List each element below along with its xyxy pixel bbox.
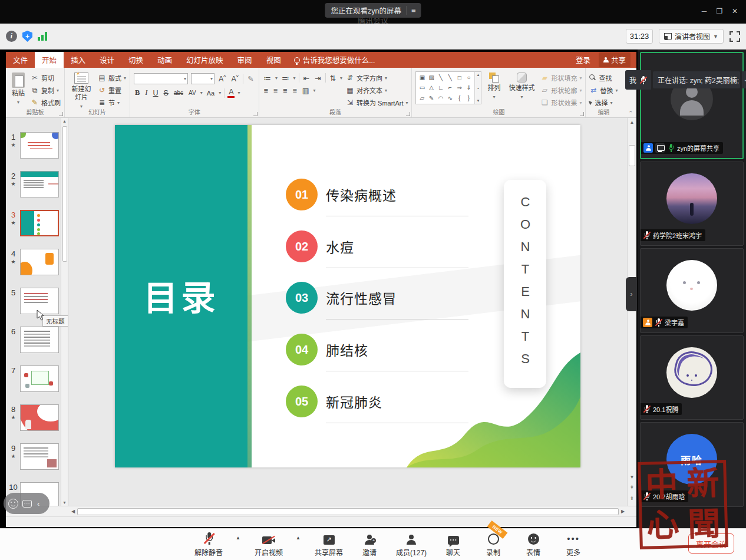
participant-tile[interactable]: 药学院2班宋鸿宇	[640, 162, 744, 246]
start-video-button[interactable]: 开启视频	[255, 531, 283, 557]
underline-button[interactable]: U	[152, 89, 160, 97]
tab-home[interactable]: 开始	[35, 52, 64, 68]
format-painter-button[interactable]: ✎格式刷	[31, 98, 61, 107]
align-text-button[interactable]: ▦对齐文本▾	[346, 85, 408, 95]
previous-slide-button[interactable]: ↟	[628, 485, 636, 490]
line-spacing-button[interactable]: ⇅	[329, 74, 337, 83]
shape-outline-button[interactable]: ▱形状轮廓▾	[540, 85, 582, 95]
tab-design[interactable]: 设计	[93, 52, 121, 68]
tab-file[interactable]: 文件	[6, 52, 35, 68]
slide-horizontal-scrollbar[interactable]: ◀ ▶	[6, 506, 636, 516]
record-button[interactable]: NEW 录制	[480, 531, 507, 557]
meeting-info-icon[interactable]: i	[6, 31, 17, 42]
paste-button[interactable]: 粘贴 ▾	[9, 71, 27, 106]
panel-collapse-handle[interactable]: ›	[626, 277, 637, 311]
share-button[interactable]: 共享	[599, 52, 631, 67]
participant-tile[interactable]: 梁宇嘉	[640, 248, 744, 333]
outdent-button[interactable]: ⇤	[302, 74, 311, 83]
shapes-gallery[interactable]: ▣▨╲╲□○ ▭△∟⌐⇒⇓ ▱✎◠∿{} ▴▪▾	[415, 71, 481, 104]
shadow-button[interactable]: abc	[173, 90, 184, 96]
tell-me-box[interactable]: 告诉我您想要做什么...	[288, 52, 381, 68]
arrange-button[interactable]: 排列 ▾	[485, 71, 503, 101]
strikethrough-button[interactable]: S	[163, 89, 170, 97]
smartart-button[interactable]: ⇲转换为 SmartArt▾	[346, 98, 408, 107]
reactions-button[interactable]: 表情	[520, 531, 547, 557]
slide-thumbnail-2[interactable]: 2★	[8, 171, 61, 197]
close-button[interactable]: ✕	[727, 4, 742, 18]
slide-thumbnail-6[interactable]: 6	[8, 327, 61, 353]
font-name-select[interactable]: ▾	[134, 73, 188, 84]
replace-button[interactable]: ⇄替换▾	[589, 85, 618, 95]
collapse-ribbon-icon[interactable]: ⌃	[628, 110, 633, 116]
dialog-launcher-icon[interactable]	[580, 112, 584, 116]
dialog-launcher-icon[interactable]	[406, 112, 410, 116]
clear-format-icon[interactable]: ✎	[246, 74, 255, 83]
bullets-button[interactable]: ≔	[263, 74, 273, 83]
grow-font-button[interactable]: Aˆ	[217, 75, 227, 83]
shapes-scrollbar[interactable]: ▴▪▾	[474, 72, 481, 104]
tab-transitions[interactable]: 切换	[121, 52, 150, 68]
tab-insert[interactable]: 插入	[64, 52, 93, 68]
scroll-thumb[interactable]	[629, 145, 635, 166]
dialog-launcher-icon[interactable]	[59, 112, 63, 116]
collapse-toast-arrow-icon[interactable]: ◀	[742, 71, 746, 88]
dialog-launcher-icon[interactable]	[253, 112, 258, 116]
scroll-thumb[interactable]	[62, 126, 67, 262]
reset-button[interactable]: ↺重置	[98, 85, 126, 95]
slide-thumbnail-7[interactable]: 7	[8, 365, 61, 392]
slide-thumbnail-3-selected[interactable]: 3★	[8, 210, 61, 236]
align-center-button[interactable]: ≡	[272, 87, 279, 95]
tab-slideshow[interactable]: 幻灯片放映	[179, 52, 230, 68]
chat-button[interactable]: 聊天	[440, 531, 467, 557]
slide-vertical-scrollbar[interactable]: ▲ ▼ ↟ ↡	[627, 118, 636, 506]
video-options-caret[interactable]: ▲	[296, 535, 302, 541]
more-button[interactable]: ••• 更多	[560, 531, 587, 557]
minimize-button[interactable]: ─	[697, 4, 712, 18]
indent-button[interactable]: ⇥	[313, 74, 322, 83]
copy-button[interactable]: ⧉复制▾	[31, 85, 61, 95]
next-slide-button[interactable]: ↡	[628, 495, 636, 501]
slide-thumbnail-5[interactable]: 5	[8, 288, 61, 314]
scroll-down-icon[interactable]: ▼	[628, 475, 636, 480]
align-right-button[interactable]: ≡	[282, 87, 288, 95]
bold-button[interactable]: B	[134, 88, 141, 97]
shape-fill-button[interactable]: ▰形状填充▾	[540, 73, 582, 83]
floating-reaction-bar[interactable]: ‹	[4, 493, 49, 514]
tab-view[interactable]: 视图	[259, 52, 288, 68]
scroll-thumb[interactable]	[77, 508, 619, 515]
members-button[interactable]: 成员(127)	[396, 531, 427, 557]
chat-bubble-icon[interactable]	[22, 500, 32, 508]
notification-menu-icon[interactable]: ≡	[411, 6, 421, 15]
participant-tile-screenshare[interactable]: zyn的屏幕共享	[640, 52, 744, 159]
current-slide[interactable]: 目录 01 传染病概述 02 水痘 03	[115, 125, 580, 467]
columns-button[interactable]: ▥	[301, 86, 311, 95]
slide-thumbnail-4[interactable]: 4★	[8, 249, 61, 275]
scroll-down-icon[interactable]: ▼	[61, 500, 68, 505]
char-spacing-button[interactable]: AV	[187, 90, 197, 96]
tab-animations[interactable]: 动画	[150, 52, 179, 68]
cut-button[interactable]: ✂剪切	[31, 73, 61, 83]
find-button[interactable]: 查找	[589, 73, 618, 83]
participant-tile[interactable]: 20.1祝腾	[640, 335, 744, 420]
smiley-icon[interactable]	[8, 499, 18, 509]
text-direction-button[interactable]: ⇵文字方向▾	[346, 73, 408, 83]
scroll-up-icon[interactable]: ▲	[628, 120, 636, 125]
font-size-select[interactable]: ▾	[191, 73, 214, 84]
shrink-font-button[interactable]: Aˇ	[230, 75, 240, 83]
shape-effects-button[interactable]: ❏形状效果▾	[540, 98, 582, 107]
section-button[interactable]: ≣节▾	[98, 98, 126, 107]
audio-options-caret[interactable]: ▲	[236, 535, 242, 541]
numbering-button[interactable]: ≕	[280, 74, 291, 83]
unmute-button[interactable]: 解除静音	[194, 531, 223, 557]
quick-styles-button[interactable]: 快速样式 ▾	[506, 71, 537, 101]
font-color-button[interactable]: A	[227, 88, 235, 98]
italic-button[interactable]: I	[144, 88, 148, 97]
thumbnail-scrollbar[interactable]: ▲ ▼	[61, 118, 68, 506]
new-slide-button[interactable]: 新建幻灯片 ▾	[68, 71, 94, 110]
select-button[interactable]: 选择▾	[589, 98, 618, 107]
fullscreen-icon[interactable]	[730, 31, 740, 42]
invite-button[interactable]: + 邀请	[356, 531, 383, 557]
collapse-left-chevron-icon[interactable]: ‹	[37, 499, 39, 508]
restore-button[interactable]: ❐	[712, 4, 727, 18]
align-left-button[interactable]: ≡	[263, 87, 269, 95]
